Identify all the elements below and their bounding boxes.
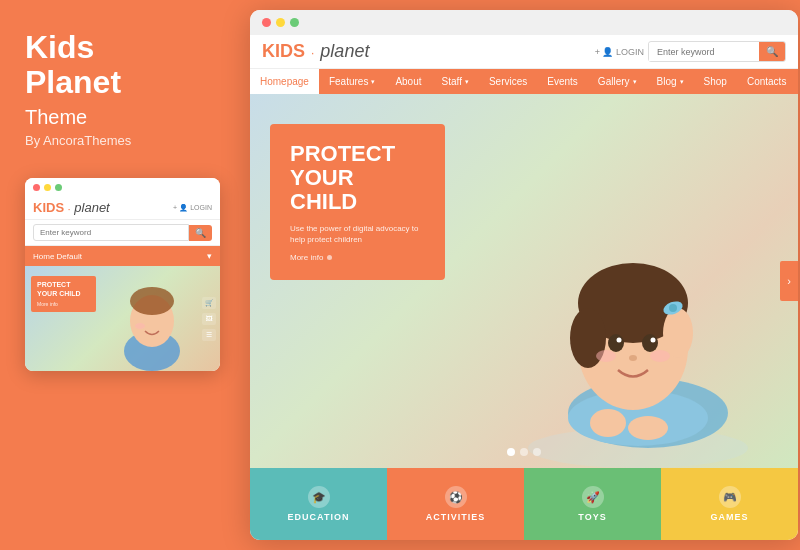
mobile-search-button[interactable]: 🔍 [189,225,212,241]
desktop-logo-planet: planet [320,41,369,62]
nav-item-about[interactable]: About [385,69,431,94]
mobile-title-bar [25,178,220,195]
nav-item-events[interactable]: Events [537,69,588,94]
left-panel: KidsPlanet Theme By AncoraThemes KIDS · … [0,0,240,550]
desktop-mockup: KIDS · planet + 👤 LOGIN 🔍 Homepage Featu… [250,10,798,540]
svg-point-13 [669,304,677,312]
hero-dot-3[interactable] [533,448,541,456]
mobile-dot-red [33,184,40,191]
desktop-login-text: + 👤 LOGIN [595,47,644,57]
mobile-mockup: KIDS · planet +👤LOGIN 🔍 Home Default ▾ P… [25,178,220,371]
mobile-hero-title: PROTECT YOUR CHILD [37,281,90,298]
svg-point-15 [642,334,658,352]
mobile-menu-icon[interactable]: ☰ [202,329,216,341]
svg-point-11 [663,308,693,358]
svg-point-19 [596,350,616,362]
mobile-logo-sep: · [68,205,70,214]
card-activities[interactable]: ⚽ ACTIVITIES [387,468,524,540]
desktop-search-input[interactable] [649,43,759,61]
activities-icon: ⚽ [445,486,467,508]
mobile-nav-label: Home Default [33,252,82,261]
desktop-hero: PROTECT YOURCHILD Use the power of digit… [250,94,798,468]
hero-dot-2[interactable] [520,448,528,456]
staff-chevron-icon: ▾ [465,78,469,86]
desktop-dot-red [262,18,271,27]
desktop-search-icon[interactable]: 🔍 [759,42,785,61]
mobile-hero-icons: 🛒 🖼 ☰ [202,266,216,371]
svg-point-2 [130,287,174,315]
svg-point-22 [628,416,668,440]
hero-child-illustration [508,228,768,468]
desktop-logo-sep: · [311,46,314,60]
education-label: EDUCATION [288,512,350,522]
mobile-login: +👤LOGIN [173,204,212,212]
mobile-image-icon[interactable]: 🖼 [202,313,216,325]
desktop-nav: Homepage Features ▾ About Staff ▾ Servic… [250,69,798,94]
games-label: GAMES [710,512,748,522]
app-byline: By AncoraThemes [25,133,131,148]
blog-chevron-icon: ▾ [680,78,684,86]
svg-point-14 [608,334,624,352]
mobile-hero: PROTECT YOUR CHILD More info 🛒 🖼 ☰ [25,266,220,371]
mobile-search-bar: 🔍 [25,220,220,246]
mobile-cart-icon[interactable]: 🛒 [202,297,216,309]
nav-item-contacts[interactable]: Contacts [737,69,796,94]
desktop-search-area: + 👤 LOGIN 🔍 [595,41,786,62]
nav-item-blog[interactable]: Blog ▾ [647,69,694,94]
app-subtitle: Theme [25,106,87,129]
svg-point-3 [135,323,145,329]
nav-item-features[interactable]: Features ▾ [319,69,385,94]
card-education[interactable]: 🎓 EDUCATION [250,468,387,540]
nav-item-staff[interactable]: Staff ▾ [432,69,479,94]
gallery-chevron-icon: ▾ [633,78,637,86]
hero-more-dot [327,255,332,260]
desktop-dot-yellow [276,18,285,27]
desktop-title-bar [250,10,798,35]
hero-dot-1[interactable] [507,448,515,456]
card-games[interactable]: 🎮 GAMES [661,468,798,540]
nav-item-gallery[interactable]: Gallery ▾ [588,69,647,94]
desktop-logo-kids: KIDS [262,41,305,62]
desktop-hero-title: PROTECT YOURCHILD [290,142,425,215]
desktop-logo: KIDS · planet [262,41,369,62]
activities-label: ACTIVITIES [426,512,486,522]
desktop-hero-more[interactable]: More info [290,253,425,262]
education-icon: 🎓 [308,486,330,508]
mobile-hero-more[interactable]: More info [37,301,90,307]
mobile-logo-bar: KIDS · planet +👤LOGIN [25,195,220,220]
nav-item-shop[interactable]: Shop [694,69,737,94]
desktop-browser-bar: KIDS · planet + 👤 LOGIN 🔍 [250,35,798,69]
app-title: KidsPlanet [25,30,121,100]
svg-point-18 [629,355,637,361]
toys-icon: 🚀 [582,486,604,508]
toys-label: TOYS [578,512,606,522]
hero-next-arrow[interactable]: › [780,261,798,301]
mobile-hero-overlay: PROTECT YOUR CHILD More info [31,276,96,312]
mobile-nav-chevron-icon: ▾ [207,251,212,261]
mobile-dot-green [55,184,62,191]
nav-item-homepage[interactable]: Homepage [250,69,319,94]
svg-point-21 [590,409,626,437]
features-chevron-icon: ▾ [371,78,375,86]
nav-item-services[interactable]: Services [479,69,537,94]
mobile-logo-kids: KIDS [33,200,64,215]
svg-point-16 [617,338,622,343]
card-toys[interactable]: 🚀 TOYS [524,468,661,540]
svg-point-20 [650,350,670,362]
mobile-search-input[interactable] [33,224,189,241]
svg-point-17 [651,338,656,343]
games-icon: 🎮 [719,486,741,508]
desktop-search-box: 🔍 [648,41,786,62]
desktop-cards: 🎓 EDUCATION ⚽ ACTIVITIES 🚀 TOYS 🎮 GAMES [250,468,798,540]
desktop-hero-overlay: PROTECT YOURCHILD Use the power of digit… [270,124,445,280]
desktop-dot-green [290,18,299,27]
mobile-dot-yellow [44,184,51,191]
mobile-logo: KIDS · planet [33,200,110,215]
hero-slide-dots [507,448,541,456]
mobile-logo-planet: planet [74,200,109,215]
mobile-nav-bar[interactable]: Home Default ▾ [25,246,220,266]
desktop-hero-desc: Use the power of digital advocacy to hel… [290,223,425,245]
